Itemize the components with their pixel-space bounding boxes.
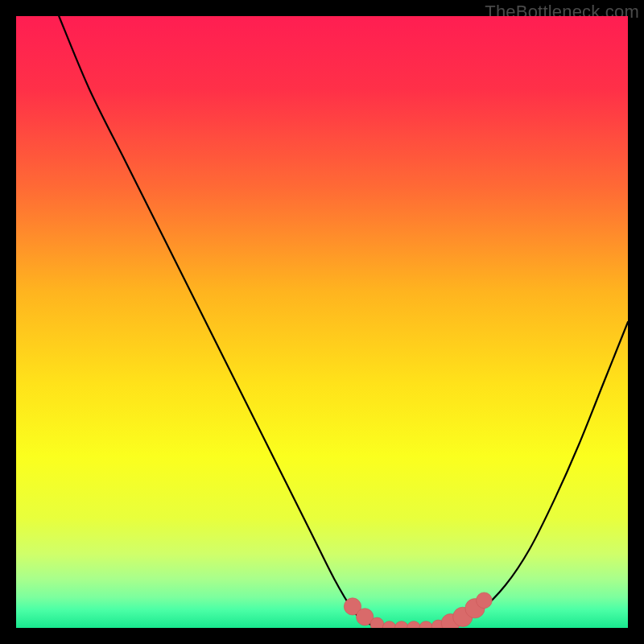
chart-stage: TheBottleneck.com	[0, 0, 644, 644]
curve-marker	[477, 592, 493, 609]
bottleneck-chart	[16, 16, 628, 628]
plot-area	[16, 16, 628, 628]
